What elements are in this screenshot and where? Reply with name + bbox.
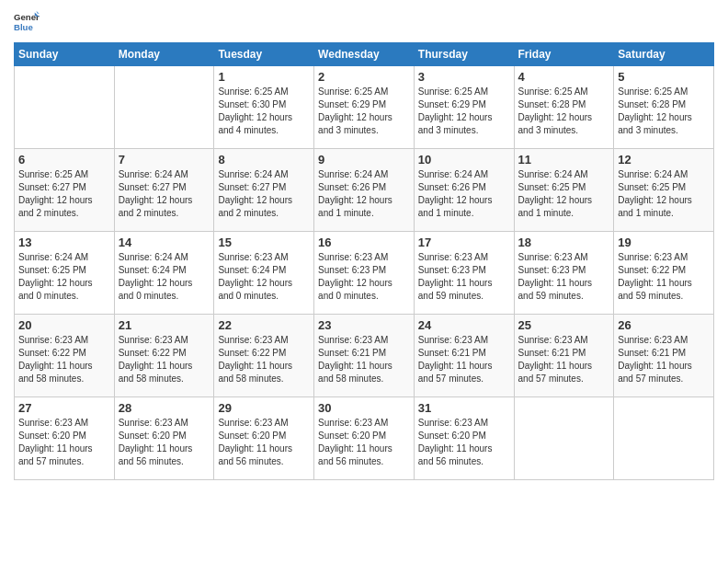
day-number: 1 bbox=[218, 70, 310, 84]
day-info: Sunrise: 6:24 AMSunset: 6:25 PMDaylight:… bbox=[518, 168, 610, 220]
day-info: Sunrise: 6:23 AMSunset: 6:22 PMDaylight:… bbox=[18, 334, 110, 385]
calendar-cell: 15Sunrise: 6:23 AMSunset: 6:24 PMDayligh… bbox=[214, 232, 314, 315]
day-info: Sunrise: 6:23 AMSunset: 6:21 PMDaylight:… bbox=[518, 334, 610, 385]
calendar-cell: 16Sunrise: 6:23 AMSunset: 6:23 PMDayligh… bbox=[314, 232, 415, 315]
calendar-cell: 22Sunrise: 6:23 AMSunset: 6:22 PMDayligh… bbox=[214, 315, 314, 397]
day-number: 8 bbox=[218, 153, 310, 167]
calendar-cell: 3Sunrise: 6:25 AMSunset: 6:29 PMDaylight… bbox=[414, 66, 514, 149]
day-number: 10 bbox=[418, 153, 510, 167]
week-row-5: 27Sunrise: 6:23 AMSunset: 6:20 PMDayligh… bbox=[15, 397, 714, 480]
day-info: Sunrise: 6:23 AMSunset: 6:21 PMDaylight:… bbox=[618, 334, 710, 385]
day-number: 18 bbox=[518, 236, 610, 249]
calendar-cell: 2Sunrise: 6:25 AMSunset: 6:29 PMDaylight… bbox=[314, 66, 415, 149]
day-number: 20 bbox=[18, 318, 110, 332]
calendar-cell bbox=[614, 397, 714, 480]
weekday-header-row: SundayMondayTuesdayWednesdayThursdayFrid… bbox=[15, 43, 714, 66]
day-info: Sunrise: 6:23 AMSunset: 6:20 PMDaylight:… bbox=[18, 417, 110, 468]
week-row-2: 6Sunrise: 6:25 AMSunset: 6:27 PMDaylight… bbox=[15, 149, 714, 232]
week-row-3: 13Sunrise: 6:24 AMSunset: 6:25 PMDayligh… bbox=[15, 232, 714, 315]
logo-icon: General Blue bbox=[14, 9, 40, 35]
calendar-cell: 27Sunrise: 6:23 AMSunset: 6:20 PMDayligh… bbox=[15, 397, 115, 480]
calendar-cell: 5Sunrise: 6:25 AMSunset: 6:28 PMDaylight… bbox=[614, 66, 714, 149]
day-info: Sunrise: 6:24 AMSunset: 6:26 PMDaylight:… bbox=[318, 168, 410, 220]
calendar-cell: 20Sunrise: 6:23 AMSunset: 6:22 PMDayligh… bbox=[15, 315, 115, 397]
calendar-cell: 21Sunrise: 6:23 AMSunset: 6:22 PMDayligh… bbox=[114, 315, 214, 397]
day-number: 7 bbox=[119, 153, 210, 167]
calendar-cell: 13Sunrise: 6:24 AMSunset: 6:25 PMDayligh… bbox=[15, 232, 115, 315]
day-info: Sunrise: 6:24 AMSunset: 6:24 PMDaylight:… bbox=[119, 251, 210, 303]
calendar-cell: 23Sunrise: 6:23 AMSunset: 6:21 PMDayligh… bbox=[314, 315, 415, 397]
weekday-header-monday: Monday bbox=[114, 43, 214, 66]
calendar-cell: 6Sunrise: 6:25 AMSunset: 6:27 PMDaylight… bbox=[15, 149, 115, 232]
day-info: Sunrise: 6:23 AMSunset: 6:23 PMDaylight:… bbox=[518, 251, 610, 303]
day-number: 15 bbox=[218, 236, 310, 249]
day-info: Sunrise: 6:25 AMSunset: 6:30 PMDaylight:… bbox=[218, 86, 310, 137]
calendar-cell bbox=[15, 66, 115, 149]
calendar-cell: 26Sunrise: 6:23 AMSunset: 6:21 PMDayligh… bbox=[614, 315, 714, 397]
calendar-cell: 9Sunrise: 6:24 AMSunset: 6:26 PMDaylight… bbox=[314, 149, 415, 232]
week-row-4: 20Sunrise: 6:23 AMSunset: 6:22 PMDayligh… bbox=[15, 315, 714, 397]
day-number: 2 bbox=[318, 70, 410, 84]
calendar-cell: 1Sunrise: 6:25 AMSunset: 6:30 PMDaylight… bbox=[214, 66, 314, 149]
weekday-header-tuesday: Tuesday bbox=[214, 43, 314, 66]
weekday-header-wednesday: Wednesday bbox=[314, 43, 415, 66]
day-number: 27 bbox=[18, 401, 110, 415]
day-number: 21 bbox=[119, 318, 210, 332]
day-number: 30 bbox=[318, 401, 410, 415]
day-number: 31 bbox=[418, 401, 510, 415]
page-header: General Blue bbox=[14, 9, 714, 35]
svg-text:Blue: Blue bbox=[14, 22, 33, 32]
day-number: 17 bbox=[418, 236, 510, 249]
calendar-cell: 14Sunrise: 6:24 AMSunset: 6:24 PMDayligh… bbox=[114, 232, 214, 315]
calendar-body: 1Sunrise: 6:25 AMSunset: 6:30 PMDaylight… bbox=[15, 66, 714, 480]
day-info: Sunrise: 6:23 AMSunset: 6:23 PMDaylight:… bbox=[318, 251, 410, 303]
calendar-cell: 28Sunrise: 6:23 AMSunset: 6:20 PMDayligh… bbox=[114, 397, 214, 480]
day-number: 12 bbox=[618, 153, 710, 167]
day-info: Sunrise: 6:23 AMSunset: 6:20 PMDaylight:… bbox=[119, 417, 210, 468]
calendar-cell bbox=[514, 397, 614, 480]
weekday-header-friday: Friday bbox=[514, 43, 614, 66]
calendar-cell: 10Sunrise: 6:24 AMSunset: 6:26 PMDayligh… bbox=[414, 149, 514, 232]
day-number: 14 bbox=[119, 236, 210, 249]
day-info: Sunrise: 6:25 AMSunset: 6:29 PMDaylight:… bbox=[418, 86, 510, 137]
day-info: Sunrise: 6:25 AMSunset: 6:29 PMDaylight:… bbox=[318, 86, 410, 137]
day-number: 24 bbox=[418, 318, 510, 332]
day-info: Sunrise: 6:23 AMSunset: 6:21 PMDaylight:… bbox=[318, 334, 410, 385]
day-info: Sunrise: 6:24 AMSunset: 6:25 PMDaylight:… bbox=[618, 168, 710, 220]
day-number: 28 bbox=[119, 401, 210, 415]
day-info: Sunrise: 6:23 AMSunset: 6:22 PMDaylight:… bbox=[218, 334, 310, 385]
day-number: 6 bbox=[18, 153, 110, 167]
day-number: 26 bbox=[618, 318, 710, 332]
calendar-cell: 29Sunrise: 6:23 AMSunset: 6:20 PMDayligh… bbox=[214, 397, 314, 480]
day-number: 9 bbox=[318, 153, 410, 167]
day-info: Sunrise: 6:23 AMSunset: 6:20 PMDaylight:… bbox=[418, 417, 510, 468]
calendar-cell: 31Sunrise: 6:23 AMSunset: 6:20 PMDayligh… bbox=[414, 397, 514, 480]
day-info: Sunrise: 6:23 AMSunset: 6:24 PMDaylight:… bbox=[218, 251, 310, 303]
day-number: 3 bbox=[418, 70, 510, 84]
day-number: 22 bbox=[218, 318, 310, 332]
day-number: 25 bbox=[518, 318, 610, 332]
calendar-table: SundayMondayTuesdayWednesdayThursdayFrid… bbox=[14, 42, 714, 480]
calendar-cell bbox=[114, 66, 214, 149]
calendar-cell: 25Sunrise: 6:23 AMSunset: 6:21 PMDayligh… bbox=[514, 315, 614, 397]
calendar-cell: 18Sunrise: 6:23 AMSunset: 6:23 PMDayligh… bbox=[514, 232, 614, 315]
calendar-cell: 11Sunrise: 6:24 AMSunset: 6:25 PMDayligh… bbox=[514, 149, 614, 232]
day-number: 16 bbox=[318, 236, 410, 249]
day-info: Sunrise: 6:23 AMSunset: 6:20 PMDaylight:… bbox=[318, 417, 410, 468]
day-info: Sunrise: 6:24 AMSunset: 6:25 PMDaylight:… bbox=[18, 251, 110, 303]
day-info: Sunrise: 6:23 AMSunset: 6:22 PMDaylight:… bbox=[618, 251, 710, 303]
weekday-header-sunday: Sunday bbox=[15, 43, 115, 66]
day-number: 5 bbox=[618, 70, 710, 84]
day-info: Sunrise: 6:25 AMSunset: 6:28 PMDaylight:… bbox=[618, 86, 710, 137]
day-number: 23 bbox=[318, 318, 410, 332]
calendar-cell: 8Sunrise: 6:24 AMSunset: 6:27 PMDaylight… bbox=[214, 149, 314, 232]
day-info: Sunrise: 6:24 AMSunset: 6:27 PMDaylight:… bbox=[218, 168, 310, 220]
day-number: 4 bbox=[518, 70, 610, 84]
day-info: Sunrise: 6:23 AMSunset: 6:23 PMDaylight:… bbox=[418, 251, 510, 303]
logo: General Blue bbox=[14, 9, 40, 35]
week-row-1: 1Sunrise: 6:25 AMSunset: 6:30 PMDaylight… bbox=[15, 66, 714, 149]
calendar-cell: 24Sunrise: 6:23 AMSunset: 6:21 PMDayligh… bbox=[414, 315, 514, 397]
weekday-header-saturday: Saturday bbox=[614, 43, 714, 66]
day-number: 29 bbox=[218, 401, 310, 415]
day-info: Sunrise: 6:25 AMSunset: 6:27 PMDaylight:… bbox=[18, 168, 110, 220]
